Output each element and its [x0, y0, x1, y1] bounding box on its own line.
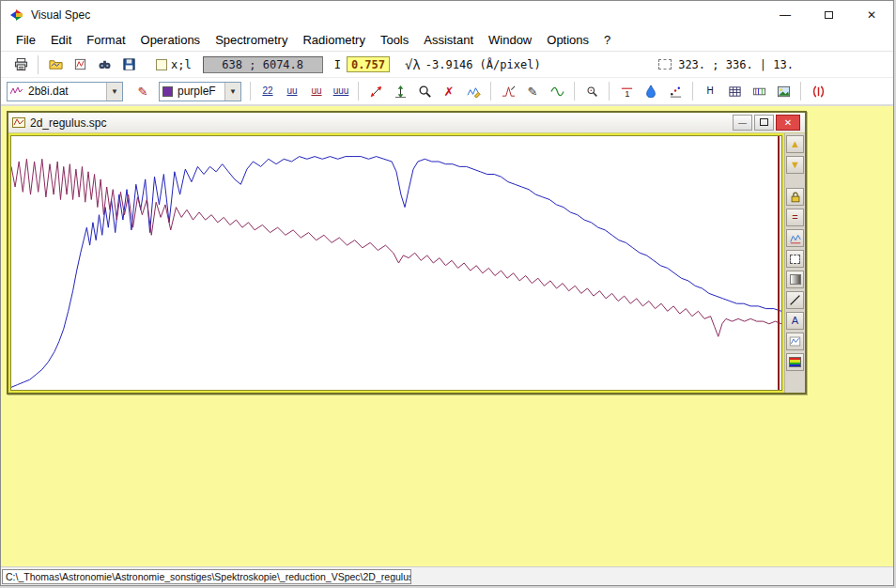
- square-icon: [760, 118, 768, 128]
- maximize-button[interactable]: [807, 1, 850, 29]
- rainbow-icon: [789, 357, 801, 367]
- display-mode-1-button-glyph: 22: [262, 86, 272, 96]
- child-window-titlebar[interactable]: 2d_regulus.spc —✕: [8, 113, 805, 133]
- image-button[interactable]: [771, 80, 796, 102]
- menu-window[interactable]: Window: [481, 31, 539, 49]
- smooth-button[interactable]: [545, 80, 569, 102]
- copy-profile-button[interactable]: [68, 54, 92, 76]
- profile-chart-button[interactable]: [786, 229, 804, 247]
- equalize-button[interactable]: =: [786, 209, 804, 226]
- child-window-controls: —✕: [733, 115, 801, 131]
- print-button[interactable]: [8, 54, 33, 76]
- elements-button[interactable]: H: [698, 80, 722, 102]
- delete-button[interactable]: ✗: [437, 80, 461, 102]
- split-red-button[interactable]: [806, 80, 830, 102]
- child-window-icon: [12, 116, 25, 129]
- fit-button[interactable]: [388, 80, 412, 102]
- xl-checkbox-group: x;l: [156, 58, 192, 71]
- status-path: C:\_Thomas\Astronomie\Astronomie_sonstig…: [2, 569, 411, 584]
- normalize-button[interactable]: 1: [614, 80, 639, 102]
- smooth-icon: [550, 85, 564, 99]
- color-combo[interactable]: purpleF ▼: [159, 82, 241, 101]
- chart-frame: [8, 133, 784, 393]
- display-mode-1-button[interactable]: 22: [255, 80, 280, 102]
- line-tool-button[interactable]: [786, 291, 804, 309]
- cw-close-button-glyph: ✕: [784, 117, 792, 128]
- scroll-down-button-glyph: ▼: [790, 160, 800, 170]
- select-area-button[interactable]: [786, 250, 804, 268]
- spectrum-plot-area[interactable]: [10, 135, 782, 391]
- toolbar-separator: [692, 82, 693, 101]
- image-edge-marker: [778, 136, 780, 390]
- app-logo-icon: [9, 8, 24, 23]
- draw-button[interactable]: ✎: [520, 80, 545, 102]
- display-mode-2-button[interactable]: uu: [280, 80, 304, 102]
- menu-spectrometry[interactable]: Spectrometry: [208, 31, 295, 49]
- save-button[interactable]: [116, 54, 141, 76]
- cw-maximize-button[interactable]: [754, 115, 774, 131]
- menu-format[interactable]: Format: [79, 31, 132, 49]
- main-toolbar: x;l 638 ; 6074.8 I 0.757 √λ -3.9146 (Å/p…: [1, 51, 893, 78]
- label-tool-button[interactable]: A: [786, 312, 804, 330]
- browse-button[interactable]: [92, 54, 116, 76]
- close-button[interactable]: ✕: [850, 1, 893, 29]
- close-button-glyph: ✕: [867, 8, 876, 22]
- xl-checkbox[interactable]: [156, 59, 167, 70]
- red-bars-icon: [811, 85, 826, 99]
- gradient-button[interactable]: [786, 271, 804, 288]
- continuum-button[interactable]: [496, 80, 520, 102]
- chevron-down-icon[interactable]: ▼: [224, 83, 240, 101]
- toolbar-separator: [609, 82, 610, 101]
- cw-minimize-button[interactable]: —: [733, 115, 752, 131]
- open-profile-button[interactable]: [43, 54, 68, 76]
- erase-comment-button[interactable]: ✎: [131, 80, 155, 102]
- menu-options[interactable]: Options: [539, 31, 596, 49]
- menu-radiometry[interactable]: Radiometry: [295, 31, 372, 49]
- scroll-up-button[interactable]: ▲: [786, 135, 804, 153]
- file-combo[interactable]: 2b8i.dat ▼: [7, 82, 123, 101]
- palette-button[interactable]: [786, 353, 804, 371]
- toolbar-separator: [490, 82, 491, 101]
- menu-file[interactable]: File: [8, 31, 43, 49]
- scroll-down-button[interactable]: ▼: [786, 156, 804, 174]
- zoom-button[interactable]: [412, 80, 437, 102]
- menu-tools[interactable]: Tools: [373, 31, 416, 49]
- spectrum-plot[interactable]: [11, 136, 781, 390]
- edit-profile-button[interactable]: [461, 80, 486, 102]
- scroll-up-button-glyph: ▲: [790, 139, 800, 149]
- titlebar: Visual Spec —✕: [1, 1, 893, 29]
- zoom-region-button[interactable]: [579, 80, 604, 102]
- minimize-button[interactable]: —: [764, 1, 807, 29]
- label-tool-button-glyph: A: [792, 316, 798, 326]
- mini-profile-button[interactable]: [786, 333, 804, 350]
- color-combo-value: purpleF: [173, 85, 224, 98]
- display-mode-3-button[interactable]: uu: [304, 80, 329, 102]
- mini-chart-icon: [789, 232, 802, 245]
- display-mode-4-button[interactable]: uuu: [329, 80, 353, 102]
- dispersion-group: √λ -3.9146 (Å/pixel): [405, 57, 541, 72]
- crop-button[interactable]: [363, 80, 388, 102]
- child-window-body: ▲▼=A: [8, 133, 805, 393]
- dispersion-readout: -3.9146 (Å/pixel): [425, 58, 541, 71]
- cw-close-button[interactable]: ✕: [776, 115, 800, 131]
- droplet-icon: [644, 85, 657, 98]
- synthesis-button[interactable]: [747, 80, 771, 102]
- water-drop-button[interactable]: [639, 80, 663, 102]
- menu-operations[interactable]: Operations: [133, 31, 209, 49]
- menu-assistant[interactable]: Assistant: [416, 31, 481, 49]
- lock-button[interactable]: [786, 188, 804, 206]
- magnifier-icon: [418, 85, 432, 99]
- spectrum-icon: [8, 85, 23, 97]
- chevron-down-icon[interactable]: ▼: [106, 83, 122, 101]
- printer-icon: [14, 57, 28, 71]
- binoculars-icon: [98, 57, 112, 71]
- workspace: 2d_regulus.spc —✕ ▲▼=A: [1, 106, 893, 566]
- table-button[interactable]: [722, 80, 747, 102]
- spectrum-child-window: 2d_regulus.spc —✕ ▲▼=A: [7, 111, 807, 395]
- synth-icon: [752, 85, 766, 99]
- ratio-button[interactable]: [663, 80, 687, 102]
- square-icon: [825, 8, 833, 22]
- selection-group: 323. ; 336. | 13.: [658, 58, 794, 71]
- menu-help[interactable]: ?: [596, 31, 618, 49]
- menu-edit[interactable]: Edit: [43, 31, 79, 49]
